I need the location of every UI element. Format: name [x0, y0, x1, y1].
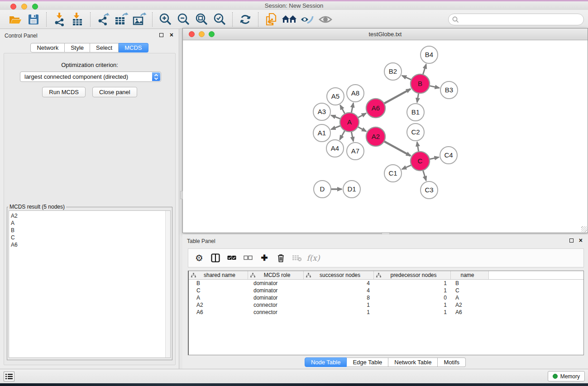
new-network-from-selection-button[interactable] — [262, 11, 280, 28]
table-settings-button[interactable]: ⚙ — [192, 250, 206, 266]
export-network-button[interactable] — [94, 11, 112, 28]
criterion-select[interactable]: largest connected component (directed) — [20, 71, 161, 82]
export-image-button[interactable] — [130, 11, 148, 28]
tab-mcds[interactable]: MCDS — [119, 43, 148, 52]
tab-node-table[interactable]: Node Table — [305, 357, 347, 367]
select-all-columns-button[interactable] — [225, 250, 239, 266]
close-panel-button[interactable]: Close panel — [92, 87, 137, 97]
list-item[interactable]: C — [11, 234, 170, 241]
graph-edge[interactable] — [402, 165, 412, 169]
export-table-button[interactable] — [112, 11, 130, 28]
cell-shared-name[interactable]: B — [189, 280, 248, 287]
table-row[interactable]: A dominator 8 0 A — [189, 294, 583, 301]
import-network-button[interactable] — [50, 11, 68, 28]
tab-style[interactable]: Style — [65, 43, 90, 52]
cell-predecessor-nodes[interactable]: 1 — [374, 280, 451, 287]
table-row[interactable]: B dominator 4 1 B — [189, 280, 583, 287]
show-columns-button[interactable] — [208, 250, 223, 266]
graph-edge[interactable] — [423, 64, 426, 76]
graph-edge[interactable] — [383, 141, 411, 156]
graph-edge[interactable] — [429, 157, 439, 159]
list-item[interactable]: A6 — [11, 241, 170, 248]
cell-name[interactable]: B — [451, 280, 489, 287]
memory-button[interactable]: Memory — [548, 371, 585, 381]
cell-mcds-role[interactable]: connector — [248, 309, 304, 316]
tab-select[interactable]: Select — [90, 43, 119, 52]
cell-mcds-role[interactable]: dominator — [248, 294, 304, 301]
create-column-button[interactable]: ✚ — [257, 250, 272, 266]
graph-edge[interactable] — [383, 89, 411, 104]
graph-edge[interactable] — [417, 92, 419, 103]
cell-shared-name[interactable]: A — [189, 294, 248, 301]
node-table[interactable]: shared name MCDS role successor nodes pr… — [188, 271, 584, 355]
graph-edge[interactable] — [351, 103, 354, 114]
run-mcds-button[interactable]: Run MCDS — [42, 87, 86, 97]
graph-edge[interactable] — [423, 169, 426, 181]
cell-successor-nodes[interactable]: 1 — [304, 309, 374, 316]
cell-name[interactable]: A — [451, 294, 489, 301]
graph-edge[interactable] — [340, 130, 345, 140]
show-graphics-details-button[interactable] — [316, 11, 335, 28]
column-header-successor-nodes[interactable]: successor nodes — [304, 271, 374, 279]
zoom-selected-button[interactable] — [210, 11, 229, 28]
column-header-name[interactable]: name — [451, 271, 489, 279]
graph-edge[interactable] — [402, 76, 412, 80]
apply-layout-button[interactable] — [236, 11, 254, 28]
list-item[interactable]: B — [11, 227, 170, 234]
list-item[interactable]: A2 — [11, 212, 170, 219]
graph-edge[interactable] — [351, 131, 354, 142]
cell-predecessor-nodes[interactable]: 0 — [374, 294, 451, 301]
hide-graphics-details-button[interactable] — [298, 11, 316, 28]
zoom-in-button[interactable] — [156, 11, 174, 28]
tab-network[interactable]: Network — [30, 43, 65, 52]
cell-shared-name[interactable]: A6 — [189, 309, 248, 316]
tab-edge-table[interactable]: Edge Table — [347, 357, 388, 367]
open-session-button[interactable] — [6, 11, 24, 28]
tab-network-table[interactable]: Network Table — [388, 357, 438, 367]
task-history-button[interactable] — [4, 372, 14, 381]
save-session-button[interactable] — [24, 11, 43, 28]
graph-edge[interactable] — [429, 86, 440, 88]
cell-predecessor-nodes[interactable]: 1 — [374, 287, 451, 294]
cell-predecessor-nodes[interactable]: 1 — [374, 309, 451, 316]
cell-successor-nodes[interactable]: 1 — [304, 301, 374, 309]
list-item[interactable]: A — [11, 219, 170, 227]
cell-shared-name[interactable]: A2 — [189, 301, 248, 309]
graph-edge[interactable] — [331, 115, 342, 119]
table-row[interactable]: A6 connector 1 1 A6 — [189, 309, 583, 316]
cell-successor-nodes[interactable]: 4 — [304, 280, 374, 287]
float-panel-icon[interactable] — [569, 238, 574, 243]
cell-successor-nodes[interactable]: 8 — [304, 294, 374, 301]
window-resize-grip[interactable] — [581, 226, 587, 232]
mcds-result-list[interactable]: A2 A B C A6 — [9, 210, 171, 358]
search-input[interactable] — [448, 14, 584, 25]
unselect-all-columns-button[interactable] — [241, 250, 255, 266]
column-header-predecessor-nodes[interactable]: predecessor nodes — [374, 271, 451, 279]
network-canvas[interactable]: B4B2BB3A8A5A6B1A3AC2A1A2A4A7C4CC1C3DD1 — [183, 40, 588, 233]
cell-successor-nodes[interactable]: 4 — [304, 287, 374, 294]
delete-columns-button[interactable] — [273, 250, 288, 266]
table-row[interactable]: A2 connector 1 1 A2 — [189, 301, 583, 309]
cell-predecessor-nodes[interactable]: 1 — [374, 301, 451, 309]
table-row[interactable]: C dominator 4 1 C — [189, 287, 583, 294]
graph-edge[interactable] — [417, 142, 419, 153]
delete-table-button[interactable] — [290, 250, 304, 266]
list-scrollbar[interactable] — [165, 211, 170, 357]
home-button[interactable] — [280, 11, 298, 28]
cell-shared-name[interactable]: C — [189, 287, 248, 294]
zoom-out-button[interactable] — [174, 11, 192, 28]
cell-name[interactable]: A2 — [451, 301, 489, 309]
tab-motifs[interactable]: Motifs — [438, 357, 466, 367]
cell-name[interactable]: A6 — [451, 309, 489, 316]
column-header-mcds-role[interactable]: MCDS role — [248, 271, 304, 279]
zoom-fit-button[interactable] — [192, 11, 210, 28]
cell-name[interactable]: C — [451, 287, 489, 294]
cell-mcds-role[interactable]: dominator — [248, 280, 304, 287]
function-builder-button[interactable]: f(x) — [306, 250, 320, 266]
graph-edge[interactable] — [357, 126, 366, 131]
close-panel-icon[interactable]: × — [579, 236, 583, 244]
graph-edge[interactable] — [340, 105, 345, 114]
cell-mcds-role[interactable]: connector — [248, 301, 304, 309]
splitter-handle-vertical[interactable] — [180, 191, 183, 199]
column-header-shared-name[interactable]: shared name — [189, 271, 248, 279]
